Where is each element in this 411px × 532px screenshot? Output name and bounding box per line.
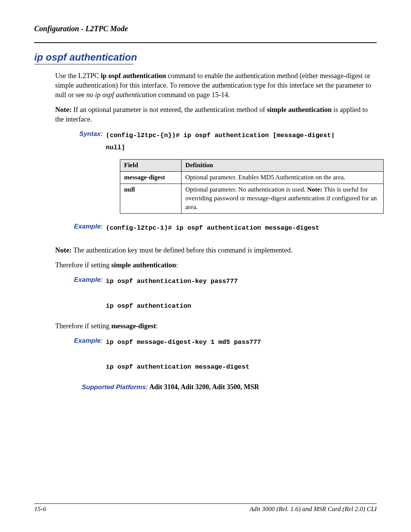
section-title: ip ospf authentication	[34, 51, 377, 63]
def-note-label: Note:	[307, 186, 322, 193]
note1-text: If an optional parameter is not entered,…	[72, 106, 267, 113]
therefore-md: Therefore if setting message-digest:	[55, 321, 377, 331]
therefore-simple-bold: simple authentication	[111, 261, 176, 269]
th-definition: Definition	[182, 160, 384, 172]
table-row: message-digest Optional parameter. Enabl…	[120, 172, 384, 184]
footer-rule	[34, 503, 377, 504]
note2-paragraph: Note: The authentication key must be def…	[55, 246, 377, 255]
definition-table: Field Definition message-digest Optional…	[120, 159, 384, 214]
platforms-label: Supported Platforms:	[82, 383, 148, 391]
note2-label: Note:	[55, 246, 72, 254]
cell-definition: Optional parameter. Enables MD5 Authenti…	[182, 172, 384, 184]
example-label: Example:	[55, 336, 106, 345]
def-pre: Optional parameter. Enables MD5 Authenti…	[185, 174, 346, 181]
platforms-row: Supported Platforms: Adit 3104, Adit 320…	[82, 382, 377, 392]
platforms-value: Adit 3104, Adit 3200, Adit 3500, MSR	[148, 383, 259, 391]
body: Use the L2TPC ip ospf authentication com…	[55, 71, 377, 392]
syntax-label: Syntax:	[55, 129, 106, 139]
example-label: Example:	[55, 222, 106, 231]
example2-code: ip ospf authentication-key pass777 ip os…	[106, 275, 238, 312]
note2-text: The authentication key must be defined b…	[72, 246, 292, 254]
therefore-simple: Therefore if setting simple authenticati…	[55, 260, 377, 270]
example1-row: Example: (config-l2tpc-1)# ip ospf authe…	[55, 222, 377, 234]
therefore-simple-pre: Therefore if setting	[55, 261, 111, 269]
footer-right: Adit 3000 (Rel. 1.6) and MSR Card (Rel 2…	[249, 505, 377, 513]
intro-paragraph: Use the L2TPC ip ospf authentication com…	[55, 71, 377, 100]
table-row: null Optional parameter. No authenticati…	[120, 184, 384, 214]
syntax-code: (config-l2tpc-{n})# ip ospf authenticati…	[106, 129, 335, 154]
def-pre: Optional parameter. No authentication is…	[185, 186, 307, 193]
th-field: Field	[120, 160, 182, 172]
footer-left: 15-6	[34, 505, 46, 513]
example3-code: ip ospf message-digest-key 1 md5 pass777…	[106, 336, 261, 373]
intro-post: command on page 15-14.	[156, 91, 230, 99]
syntax-row: Syntax: (config-l2tpc-{n})# ip ospf auth…	[55, 129, 377, 154]
table-header-row: Field Definition	[120, 160, 384, 172]
intro-cmd: ip ospf authentication	[101, 72, 166, 80]
example1-code: (config-l2tpc-1)# ip ospf authentication…	[106, 222, 319, 234]
footer: 15-6 Adit 3000 (Rel. 1.6) and MSR Card (…	[34, 503, 377, 513]
note1-bold: simple authentication	[267, 106, 331, 113]
therefore-simple-post: :	[176, 261, 178, 269]
header-rule	[34, 42, 377, 43]
therefore-md-pre: Therefore if setting	[55, 322, 111, 330]
page: Configuration - L2TPC Mode ip ospf authe…	[0, 0, 411, 532]
title-underline	[34, 64, 133, 64]
example3-row: Example: ip ospf message-digest-key 1 md…	[55, 336, 377, 373]
cell-field: null	[120, 184, 182, 214]
note1-label: Note:	[55, 106, 72, 113]
therefore-md-bold: message-digest	[111, 322, 156, 330]
intro-ref: no ip ospf authentication	[86, 91, 156, 99]
note1-paragraph: Note: If an optional parameter is not en…	[55, 105, 377, 124]
example-label: Example:	[55, 275, 106, 284]
intro-pre: Use the L2TPC	[55, 72, 101, 80]
cell-definition: Optional parameter. No authentication is…	[182, 184, 384, 214]
therefore-md-post: :	[156, 322, 158, 330]
cell-field: message-digest	[120, 172, 182, 184]
example2-row: Example: ip ospf authentication-key pass…	[55, 275, 377, 312]
running-head: Configuration - L2TPC Mode	[34, 24, 377, 33]
footer-row: 15-6 Adit 3000 (Rel. 1.6) and MSR Card (…	[34, 505, 377, 513]
